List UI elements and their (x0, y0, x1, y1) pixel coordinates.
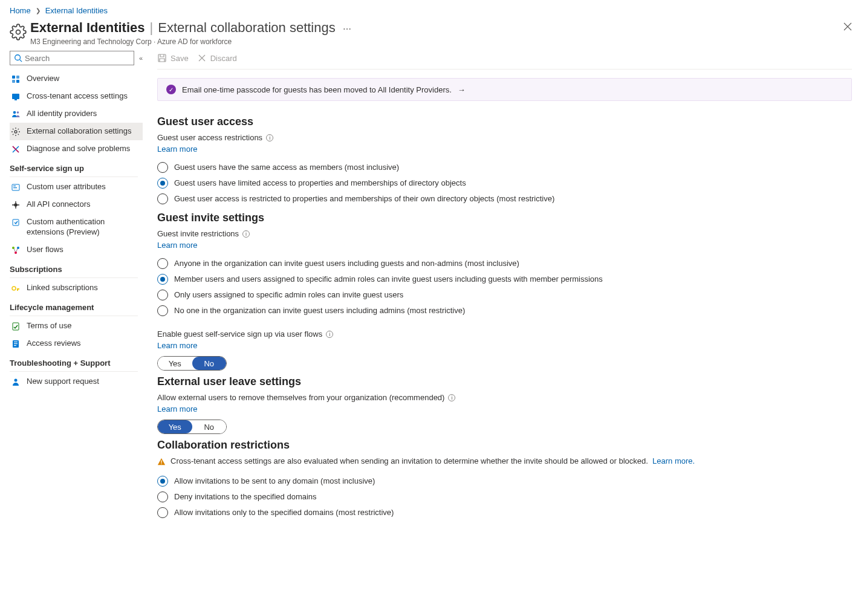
collapse-sidebar-button[interactable]: « (139, 54, 143, 62)
access-icon (11, 339, 21, 349)
guest-access-radio[interactable]: Guest users have the same access as memb… (157, 160, 852, 175)
info-icon[interactable]: i (326, 331, 333, 338)
leave-heading: External user leave settings (157, 375, 852, 388)
page-subtitle: External collaboration settings (158, 20, 336, 36)
collaboration-radio-label: Allow invitations only to the specified … (174, 507, 394, 517)
guest-access-heading: Guest user access (157, 115, 852, 128)
svg-point-14 (15, 204, 17, 206)
guest-invite-heading: Guest invite settings (157, 212, 852, 224)
idp-icon (11, 109, 21, 119)
sidebar-item-attr[interactable]: Custom user attributes (10, 178, 143, 196)
guest-access-radio[interactable]: Guest user access is restricted to prope… (157, 191, 852, 207)
collaboration-radio[interactable]: Allow invitations to be sent to any doma… (157, 473, 852, 489)
svg-point-25 (15, 378, 18, 381)
collaboration-radio[interactable]: Allow invitations only to the specified … (157, 505, 852, 520)
sidebar-item-overview[interactable]: Overview (10, 70, 143, 88)
sidebar-item-label: All identity providers (27, 109, 97, 119)
svg-rect-12 (13, 186, 16, 186)
guest-invite-radio[interactable]: Only users assigned to specific admin ro… (157, 287, 852, 303)
leave-toggle[interactable]: YesNo (157, 420, 227, 434)
guest-invite-radio[interactable]: Anyone in the organization can invite gu… (157, 256, 852, 271)
info-icon[interactable]: i (448, 394, 455, 401)
svg-rect-28 (161, 464, 161, 464)
collaboration-radio[interactable]: Deny invitations to the specified domain… (157, 489, 852, 505)
guest-access-radio-label: Guest users have limited access to prope… (174, 178, 466, 187)
sidebar-item-label: New support request (27, 377, 99, 387)
toggle-yes[interactable]: Yes (158, 420, 192, 433)
title-divider: | (150, 20, 154, 36)
radio-icon (157, 193, 168, 204)
discard-icon (197, 53, 207, 63)
self-service-label: Enable guest self-service sign up via us… (157, 329, 852, 339)
svg-point-19 (12, 287, 16, 290)
sidebar-item-label: All API connectors (27, 199, 91, 210)
guest-access-label: Guest user access restrictions i (157, 133, 852, 142)
sidebar-item-label: External collaboration settings (27, 126, 131, 137)
close-blade-button[interactable] (841, 20, 854, 35)
sidebar-item-ext[interactable]: Custom authentication extensions (Previe… (10, 213, 143, 241)
guest-invite-radio[interactable]: Member users and users assigned to speci… (157, 271, 852, 287)
guest-invite-radio[interactable]: No one in the organization can invite gu… (157, 303, 852, 319)
radio-icon (157, 290, 168, 300)
sidebar-item-xtenant[interactable]: Cross-tenant access settings (10, 88, 143, 105)
collab-warn-text: Cross-tenant access settings are also ev… (171, 456, 648, 465)
svg-rect-2 (12, 76, 15, 79)
svg-point-18 (15, 251, 17, 254)
radio-icon (157, 305, 168, 316)
info-icon[interactable]: i (242, 230, 250, 238)
xtenant-icon (11, 92, 21, 102)
sidebar-item-access[interactable]: Access reviews (10, 335, 143, 352)
sidebar-item-label: User flows (27, 245, 63, 255)
guest-invite-radio-label: Member users and users assigned to speci… (174, 274, 603, 284)
svg-rect-6 (12, 94, 19, 99)
tou-icon (11, 322, 21, 331)
self-service-learn-more[interactable]: Learn more (157, 341, 197, 350)
support-icon (11, 377, 21, 387)
breadcrumb-parent[interactable]: External Identities (45, 6, 108, 15)
more-menu-button[interactable]: ⋯ (340, 22, 354, 36)
sidebar-search[interactable] (10, 51, 134, 65)
collab-warn-learn-more[interactable]: Learn more. (652, 456, 695, 465)
guest-invite-radio-label: Only users assigned to specific admin ro… (174, 290, 403, 299)
collab-heading: Collaboration restrictions (157, 439, 852, 452)
info-icon[interactable]: i (266, 134, 273, 141)
sidebar-item-api[interactable]: All API connectors (10, 196, 143, 213)
sidebar-item-diag[interactable]: Diagnose and solve problems (10, 140, 143, 158)
sidebar-item-label: Custom user attributes (27, 182, 106, 192)
guest-access-label-text: Guest user access restrictions (157, 133, 262, 142)
sidebar-item-key[interactable]: Linked subscriptions (10, 279, 143, 297)
toggle-no[interactable]: No (192, 357, 227, 370)
diag-icon (11, 144, 21, 154)
leave-learn-more[interactable]: Learn more (157, 404, 197, 413)
sidebar-item-label: Custom authentication extensions (Previe… (27, 217, 138, 238)
sidebar-item-gear[interactable]: External collaboration settings (10, 123, 143, 140)
sidebar-group-header: Subscriptions (10, 259, 138, 278)
svg-point-0 (16, 30, 21, 34)
api-icon (11, 200, 21, 210)
discard-label: Discard (210, 54, 237, 63)
ext-icon (11, 218, 21, 227)
save-button[interactable]: Save (157, 53, 189, 63)
sidebar-item-flow[interactable]: User flows (10, 241, 143, 259)
attr-icon (11, 183, 21, 192)
self-service-toggle[interactable]: YesNo (157, 356, 227, 371)
breadcrumb-home[interactable]: Home (10, 6, 31, 15)
svg-rect-13 (13, 187, 17, 188)
discard-button[interactable]: Discard (197, 53, 237, 63)
toggle-yes[interactable]: Yes (158, 357, 192, 370)
guest-invite-learn-more[interactable]: Learn more (157, 241, 197, 250)
toggle-no[interactable]: No (192, 420, 227, 433)
sidebar-item-idp[interactable]: All identity providers (10, 105, 143, 123)
svg-rect-15 (13, 219, 19, 225)
sidebar-item-tou[interactable]: Terms of use (10, 317, 143, 335)
banner-link-arrow[interactable]: → (458, 85, 466, 94)
sidebar-search-input[interactable] (25, 54, 130, 63)
guest-invite-label-text: Guest invite restrictions (157, 229, 239, 238)
gear-icon (10, 24, 27, 41)
svg-point-10 (15, 131, 17, 133)
guest-access-learn-more[interactable]: Learn more (157, 144, 197, 154)
sidebar-item-support[interactable]: New support request (10, 373, 143, 391)
breadcrumb: Home ❯ External Identities (0, 0, 864, 20)
collaboration-radio-label: Allow invitations to be sent to any doma… (174, 476, 375, 485)
guest-access-radio[interactable]: Guest users have limited access to prope… (157, 175, 852, 191)
